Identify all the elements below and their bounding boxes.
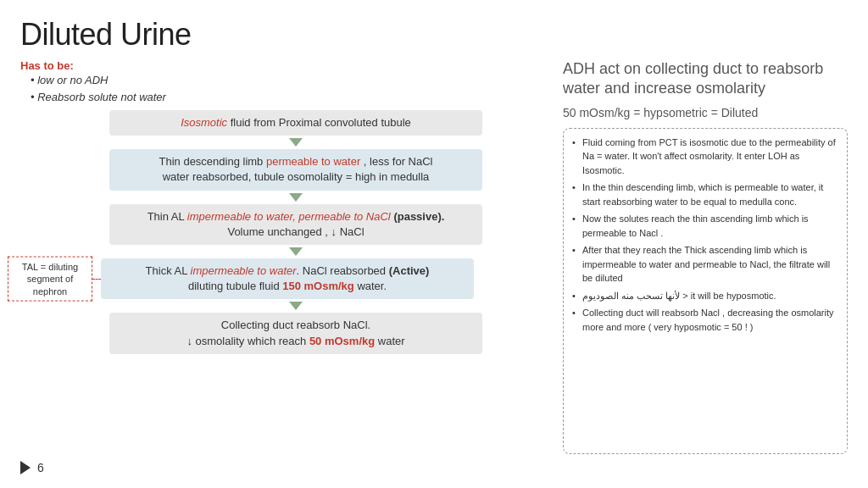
box3-line2: Volume unchanged , ↓ NaCl xyxy=(123,225,469,240)
osmolarity-note: 50 mOsm/kg = hypsometric = Diluted xyxy=(563,106,848,119)
notes-list: Fluid coming from PCT is isosmotic due t… xyxy=(572,136,838,335)
box4-line2: diluting tubule fluid 150 mOsm/kg water. xyxy=(114,279,460,294)
flow-box-5: Collecting duct reabsorb NaCl. ↓ osmolal… xyxy=(109,313,482,353)
slide-page: Diluted Urine Has to be: low or no ADH R… xyxy=(0,0,868,488)
main-content: Has to be: low or no ADH Reabsorb solute… xyxy=(20,59,848,454)
box5-line2: ↓ osmolality which reach 50 mOsm/kg wate… xyxy=(123,334,469,349)
has-to-be-label: Has to be: xyxy=(20,59,546,72)
flow-box-3: Thin AL impermeable to water, permeable … xyxy=(109,204,482,245)
flow-box-2: Thin descending limb permeable to water … xyxy=(109,149,482,190)
permeable-water-text: permeable to water xyxy=(266,155,360,168)
left-column: Has to be: low or no ADH Reabsorb solute… xyxy=(20,59,546,454)
note-item-3: Now the solutes reach the thin ascending… xyxy=(572,212,838,240)
note-item-5: لأنها تسحب منه الصوديوم > it will be hyp… xyxy=(572,289,838,303)
arrow-2 xyxy=(289,193,303,202)
flow-box-4: Thick AL impermeable to water. NaCl reab… xyxy=(101,258,474,299)
tal-arrow xyxy=(92,279,101,280)
tal-label: TAL = diluting segment of nephron xyxy=(8,257,92,302)
right-column: ADH act on collecting duct to reabsorb w… xyxy=(554,59,848,454)
50-mosm-text: 50 mOsm/kg xyxy=(309,335,375,347)
box4-line1: Thick AL impermeable to water. NaCl reab… xyxy=(114,263,460,279)
list-item: low or no ADH xyxy=(31,72,546,89)
flow-box-1: Isosmotic fluid from Proximal convoluted… xyxy=(109,110,482,136)
right-header: ADH act on collecting duct to reabsorb w… xyxy=(563,59,848,99)
notes-box: Fluid coming from PCT is isosmotic due t… xyxy=(563,128,848,454)
note-item-2: In the thin descending limb, which is pe… xyxy=(572,180,838,208)
list-item: Reabsorb solute not water xyxy=(31,89,546,106)
box2-line1: Thin descending limb permeable to water … xyxy=(123,154,469,169)
arrow-3 xyxy=(289,247,303,256)
note-item-1: Fluid coming from PCT is isosmotic due t… xyxy=(572,136,838,178)
box3-line1: Thin AL impermeable to water, permeable … xyxy=(123,209,469,225)
arrow-4 xyxy=(289,302,303,310)
footer: 6 xyxy=(20,461,848,474)
flow-diagram: Isosmotic fluid from Proximal convoluted… xyxy=(46,110,546,354)
isosmotic-text: Isosmotic xyxy=(181,116,227,129)
page-number: 6 xyxy=(37,461,44,474)
page-title: Diluted Urine xyxy=(20,17,848,53)
box5-line1: Collecting duct reabsorb NaCl. xyxy=(123,318,469,333)
box1-text: fluid from Proximal convoluted tubule xyxy=(227,116,411,129)
box2-line2: water reabsorbed, tubule osomolality = h… xyxy=(123,169,469,185)
play-icon xyxy=(20,461,31,474)
tal-wrapper: TAL = diluting segment of nephron Thick … xyxy=(101,258,491,299)
impermeable-water-text: impermeable to water, permeable to NaCl xyxy=(187,210,391,223)
has-to-be-section: Has to be: low or no ADH Reabsorb solute… xyxy=(20,59,546,105)
150-mosm-text: 150 mOsm/kg xyxy=(282,280,354,292)
thick-al-text: impermeable to water xyxy=(191,264,297,277)
arrow-1 xyxy=(289,138,303,147)
has-to-be-list: low or no ADH Reabsorb solute not water xyxy=(20,72,546,105)
active-text: (Active) xyxy=(389,264,430,277)
note-item-4: After that they reach the Thick ascendin… xyxy=(572,243,838,286)
passive-text: (passive). xyxy=(393,210,444,223)
note-item-6: Collecting duct will reabsorb Nacl , dec… xyxy=(572,306,838,334)
